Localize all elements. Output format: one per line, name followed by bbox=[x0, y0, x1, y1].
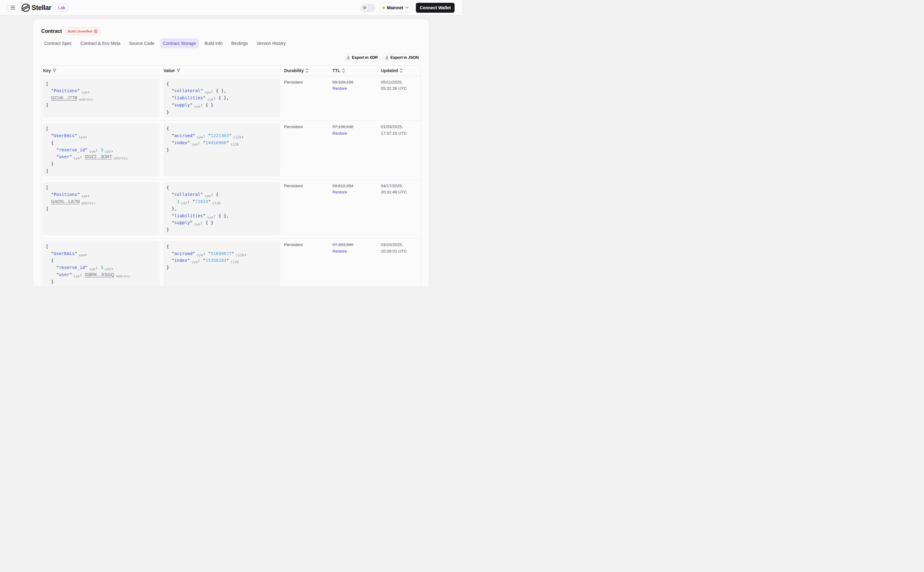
code-type-label: sym bbox=[194, 222, 200, 226]
value-cell: { accruedsym: 1221363i128, indexsym: 144… bbox=[162, 121, 282, 179]
column-header-ttl[interactable]: TTL bbox=[330, 68, 378, 73]
filter-icon[interactable] bbox=[53, 69, 56, 72]
tab-contract-spec[interactable]: Contract Spec bbox=[41, 38, 75, 48]
table-header-row: KeyValueDurabilityTTLUpdated bbox=[42, 65, 420, 76]
address-link[interactable]: GAOG…LA7M bbox=[51, 199, 80, 204]
address-link[interactable]: GDZ2…3DRT bbox=[85, 154, 112, 159]
code-line: GCU6…J77Baddress bbox=[46, 95, 157, 101]
status-badge-label: Build Unverified bbox=[68, 30, 92, 33]
column-label: Durability bbox=[284, 68, 304, 73]
export-json-label: Export in JSON bbox=[390, 55, 418, 60]
key-cell: [ UserEmissym, { reserve_idsym: 3u32, us… bbox=[42, 239, 162, 286]
code-line: [ bbox=[46, 184, 157, 191]
menu-button[interactable] bbox=[8, 3, 18, 12]
code-type-label: sym bbox=[81, 90, 88, 95]
code-punct: }, bbox=[171, 206, 177, 211]
column-label: TTL bbox=[333, 68, 340, 73]
key-cell: [ Positionssym, GAOG…LA7Maddress] bbox=[42, 180, 162, 238]
chevron-down-icon bbox=[405, 6, 409, 9]
code-line: { bbox=[166, 125, 277, 132]
code-type-label: i128 bbox=[212, 201, 221, 205]
code-type-label: i128 bbox=[230, 260, 239, 264]
code-line: supplysym: { } bbox=[166, 101, 277, 109]
code-line: accruedsym: 1221363i128, bbox=[166, 132, 277, 139]
sort-updown-icon[interactable] bbox=[306, 68, 308, 73]
export-json-button[interactable]: Export in JSON bbox=[383, 54, 421, 61]
updated-date: 01/03/2025, bbox=[381, 124, 421, 130]
column-header-durability[interactable]: Durability bbox=[282, 68, 330, 73]
code-punct: , bbox=[85, 251, 87, 256]
code-line: 1u32: 72633i128 bbox=[166, 198, 277, 205]
contract-tabs: Contract SpecContract & Env MetaSource C… bbox=[41, 38, 421, 48]
code-key-string: liabilities bbox=[171, 95, 205, 100]
restore-link[interactable]: Restore bbox=[333, 189, 347, 196]
durability-cell: Persistent bbox=[282, 121, 330, 179]
updated-cell: 05/11/2025,05:32:26 UTC bbox=[378, 76, 421, 121]
tab-contract-env-meta[interactable]: Contract & Env Meta bbox=[78, 38, 124, 48]
restore-link[interactable]: Restore bbox=[333, 130, 347, 137]
code-punct: { bbox=[51, 140, 54, 145]
updated-time: 05:32:26 UTC bbox=[381, 85, 421, 92]
tab-source-code[interactable]: Source Code bbox=[126, 38, 158, 48]
download-icon bbox=[346, 55, 350, 59]
address-link[interactable]: GBRK…RSGQ bbox=[85, 272, 114, 277]
code-line: { bbox=[46, 139, 157, 146]
code-punct: , bbox=[87, 192, 90, 197]
value-code-block: { accruedsym: 51694677i128, indexsym: 15… bbox=[163, 241, 280, 286]
code-line: Positionssym, bbox=[46, 87, 157, 95]
code-type-label: i128 bbox=[230, 142, 239, 146]
code-punct: : bbox=[198, 258, 203, 263]
export-xdr-button[interactable]: Export in XDR bbox=[344, 54, 380, 61]
restore-link[interactable]: Restore bbox=[333, 248, 347, 255]
code-punct: : { bbox=[210, 192, 218, 197]
filter-icon[interactable] bbox=[176, 69, 180, 72]
theme-toggle[interactable] bbox=[361, 4, 375, 12]
tab-build-info[interactable]: Build Info bbox=[201, 38, 226, 48]
code-punct: [ bbox=[46, 81, 48, 86]
column-header-updated[interactable]: Updated bbox=[378, 68, 421, 73]
updated-date: 03/10/2025, bbox=[381, 242, 421, 248]
tab-version-history[interactable]: Version History bbox=[254, 38, 289, 48]
code-punct: { bbox=[166, 81, 169, 86]
code-punct: : bbox=[203, 133, 208, 138]
sort-updown-icon[interactable] bbox=[400, 68, 403, 73]
code-line: ] bbox=[46, 101, 157, 109]
code-line: [ bbox=[46, 243, 157, 250]
table-body: [ Positionssym, GCU6…J77Baddress]{ colla… bbox=[42, 76, 420, 286]
tab-bindings[interactable]: Bindings bbox=[228, 38, 251, 48]
network-select[interactable]: Mainnet bbox=[379, 3, 412, 13]
code-punct: : bbox=[198, 140, 203, 145]
code-number: 3 bbox=[101, 265, 103, 270]
code-key-string: user bbox=[56, 272, 72, 277]
code-type-label: sym bbox=[194, 105, 200, 109]
code-value-string: 72633 bbox=[192, 199, 210, 204]
code-type-label: sym bbox=[207, 215, 213, 219]
code-key-string: supply bbox=[171, 220, 192, 225]
code-line: collateralsym: { }, bbox=[166, 87, 277, 95]
column-header-value[interactable]: Value bbox=[162, 68, 282, 73]
tab-contract-storage[interactable]: Contract Storage bbox=[160, 38, 199, 48]
durability-cell: Persistent bbox=[282, 180, 330, 238]
key-cell: [ UserEmissym, { reserve_idsym: 3u32, us… bbox=[42, 121, 162, 179]
table-row: [ Positionssym, GAOG…LA7Maddress]{ colla… bbox=[42, 180, 420, 239]
code-type-label: u32 bbox=[181, 201, 187, 205]
top-bar: Stellar Lab bbox=[0, 0, 462, 16]
code-key-string: reserve_id bbox=[56, 265, 88, 270]
sort-updown-icon[interactable] bbox=[342, 68, 345, 73]
code-key-string: user bbox=[56, 154, 72, 159]
column-label: Updated bbox=[381, 68, 398, 73]
restore-link[interactable]: Restore bbox=[333, 85, 347, 92]
brand[interactable]: Stellar bbox=[21, 3, 51, 12]
code-line: { bbox=[166, 81, 277, 88]
code-punct: : { } bbox=[200, 220, 213, 225]
connect-wallet-button[interactable]: Connect Wallet bbox=[416, 3, 454, 13]
code-line: { bbox=[166, 184, 277, 191]
table-header: KeyValueDurabilityTTLUpdated bbox=[42, 65, 420, 76]
address-link[interactable]: GCU6…J77B bbox=[51, 95, 78, 100]
contract-storage-table: KeyValueDurabilityTTLUpdated [ Positions… bbox=[41, 65, 421, 286]
column-header-key[interactable]: Key bbox=[42, 68, 162, 73]
code-type-label: sym bbox=[197, 253, 203, 257]
code-punct: } bbox=[166, 265, 169, 270]
contract-card: Contract Build Unverified Contract SpecC… bbox=[33, 19, 429, 286]
code-key-string: Positions bbox=[51, 192, 80, 197]
